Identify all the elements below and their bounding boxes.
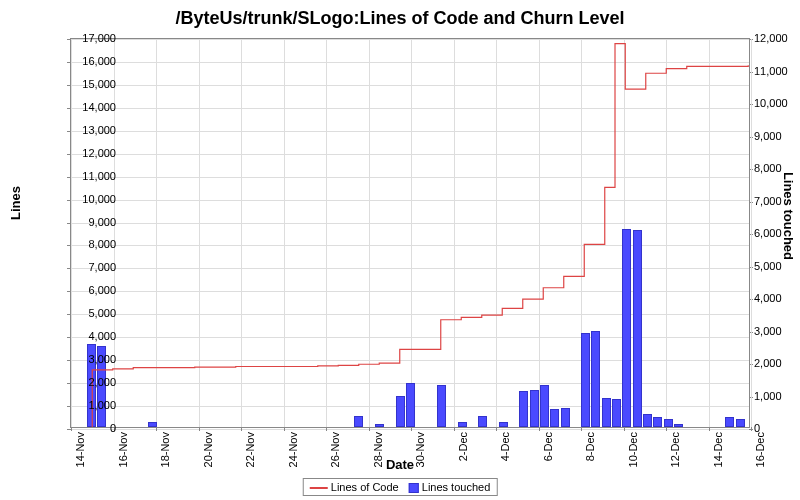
- y-tick-left: 8,000: [70, 238, 116, 250]
- bar-lines-touched: [674, 424, 683, 427]
- y-tick-left: 10,000: [70, 193, 116, 205]
- y-tick-right: 11,000: [754, 65, 798, 77]
- bar-lines-touched: [602, 398, 611, 427]
- y-tick-right: 8,000: [754, 162, 798, 174]
- y-tick-left: 15,000: [70, 78, 116, 90]
- bar-lines-touched: [519, 391, 528, 427]
- bar-lines-touched: [653, 417, 662, 427]
- legend-line-icon: [310, 487, 328, 489]
- y-tick-left: 12,000: [70, 147, 116, 159]
- y-tick-right: 1,000: [754, 390, 798, 402]
- y-tick-left: 17,000: [70, 32, 116, 44]
- bar-lines-touched: [148, 422, 157, 427]
- bar-lines-touched: [736, 419, 745, 427]
- bar-lines-touched: [550, 409, 559, 427]
- y-tick-right: 2,000: [754, 357, 798, 369]
- bar-lines-touched: [633, 230, 642, 427]
- y-tick-left: 5,000: [70, 307, 116, 319]
- y-tick-right: 5,000: [754, 260, 798, 272]
- y-tick-right: 7,000: [754, 195, 798, 207]
- bar-lines-touched: [612, 399, 621, 427]
- y-tick-left: 2,000: [70, 376, 116, 388]
- legend-label: Lines touched: [422, 481, 491, 493]
- legend-label: Lines of Code: [331, 481, 399, 493]
- bar-lines-touched: [375, 424, 384, 427]
- bar-lines-touched: [591, 331, 600, 427]
- bar-lines-touched: [643, 414, 652, 427]
- y-tick-left: 16,000: [70, 55, 116, 67]
- bar-lines-touched: [561, 408, 570, 428]
- y-tick-right: 4,000: [754, 292, 798, 304]
- legend-box-icon: [409, 483, 419, 493]
- y-tick-right: 3,000: [754, 325, 798, 337]
- bar-lines-touched: [725, 417, 734, 427]
- y-tick-left: 1,000: [70, 399, 116, 411]
- y-tick-left: 4,000: [70, 330, 116, 342]
- legend: Lines of Code Lines touched: [303, 478, 498, 496]
- chart-container: /ByteUs/trunk/SLogo:Lines of Code and Ch…: [0, 0, 800, 500]
- bar-lines-touched: [406, 383, 415, 427]
- y-tick-right: 6,000: [754, 227, 798, 239]
- y-axis-label-right: Lines touched: [781, 172, 796, 260]
- bar-lines-touched: [396, 396, 405, 427]
- y-tick-left: 14,000: [70, 101, 116, 113]
- bar-lines-touched: [664, 419, 673, 427]
- y-tick-left: 3,000: [70, 353, 116, 365]
- y-tick-left: 11,000: [70, 170, 116, 182]
- bar-lines-touched: [581, 333, 590, 427]
- bar-lines-touched: [478, 416, 487, 427]
- bar-lines-touched: [530, 390, 539, 427]
- plot-area: [70, 38, 750, 428]
- chart-title: /ByteUs/trunk/SLogo:Lines of Code and Ch…: [0, 0, 800, 29]
- x-axis-label: Date: [0, 457, 800, 472]
- bar-lines-touched: [540, 385, 549, 427]
- y-tick-right: 9,000: [754, 130, 798, 142]
- bar-lines-touched: [354, 416, 363, 427]
- y-tick-left: 7,000: [70, 261, 116, 273]
- legend-item-lines-touched: Lines touched: [409, 481, 491, 493]
- y-tick-left: 9,000: [70, 216, 116, 228]
- line-lines-of-code: [71, 39, 749, 427]
- y-tick-right: 12,000: [754, 32, 798, 44]
- y-axis-label-left: Lines: [8, 186, 23, 220]
- y-tick-left: 6,000: [70, 284, 116, 296]
- bar-lines-touched: [499, 422, 508, 427]
- bar-lines-touched: [458, 422, 467, 427]
- y-tick-left: 13,000: [70, 124, 116, 136]
- bar-lines-touched: [437, 385, 446, 427]
- legend-item-lines-of-code: Lines of Code: [310, 481, 399, 493]
- bar-lines-touched: [622, 229, 631, 427]
- y-tick-right: 10,000: [754, 97, 798, 109]
